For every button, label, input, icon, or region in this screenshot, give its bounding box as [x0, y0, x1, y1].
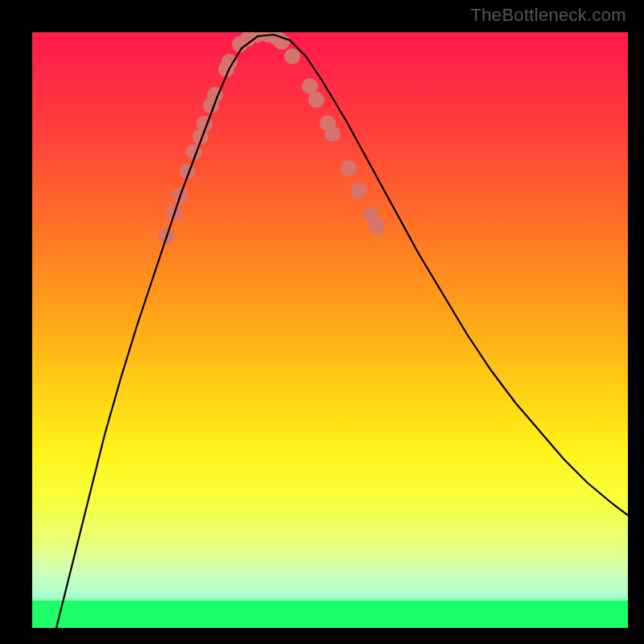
highlight-point [284, 48, 300, 64]
highlight-point [369, 218, 385, 234]
highlight-markers [159, 32, 385, 244]
plot-area [32, 32, 628, 628]
highlight-point [341, 160, 357, 176]
highlight-point [351, 183, 367, 199]
highlight-point [302, 78, 318, 94]
highlight-point [308, 92, 324, 108]
bottleneck-curve [56, 35, 628, 628]
curve-layer [32, 32, 628, 628]
watermark-text: TheBottleneck.com [471, 5, 626, 26]
highlight-point [324, 126, 341, 142]
chart-frame: TheBottleneck.com [0, 0, 644, 644]
